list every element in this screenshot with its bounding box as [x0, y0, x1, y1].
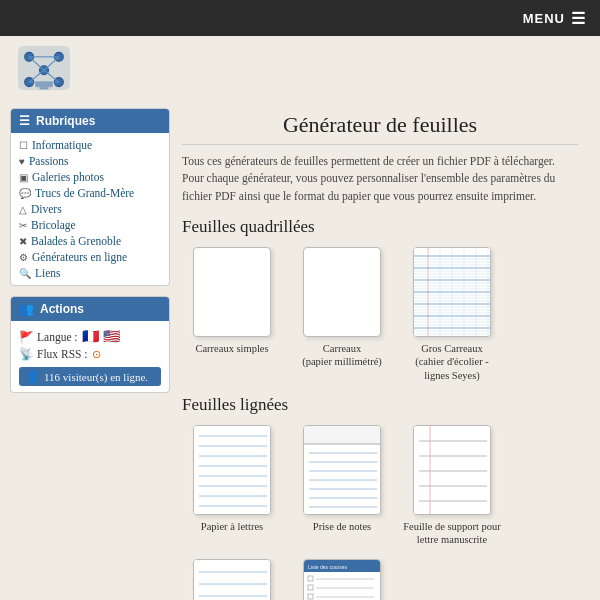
actions-content: 🚩 Langue : 🇫🇷 🇺🇸 📡 Flux RSS : ⊙ 👤 116 vi… — [11, 321, 169, 392]
svg-rect-6 — [35, 83, 53, 87]
papier-lettres-thumb — [193, 425, 271, 515]
sidebar-item-generateurs[interactable]: ⚙ Générateurs en ligne — [11, 249, 169, 265]
top-navigation: MENU ☰ — [0, 0, 600, 36]
generateurs-label: Générateurs en ligne — [32, 251, 127, 263]
page-title: Générateur de feuilles — [182, 112, 578, 138]
informatique-label: Informatique — [32, 139, 92, 151]
langue-row: 🚩 Langue : 🇫🇷 🇺🇸 — [19, 327, 161, 346]
title-divider — [182, 144, 578, 145]
hamburger-icon: ☰ — [571, 9, 586, 28]
liens-label: Liens — [35, 267, 61, 279]
section-quadrillees: Feuilles quadrillées — [182, 217, 578, 237]
prise-notes-item[interactable]: Prise de notes — [292, 425, 392, 547]
svg-rect-74 — [194, 560, 271, 600]
lignees-row-2: Pap or & Liste des courses — [182, 559, 578, 600]
rubriques-header: ☰ Rubriques — [11, 109, 169, 133]
rubriques-box: ☰ Rubriques ☐ Informatique ♥ Passions ▣ … — [10, 108, 170, 286]
menu-button[interactable]: MENU ☰ — [523, 9, 586, 28]
section-lignees: Feuilles lignées — [182, 395, 578, 415]
pap-or-item[interactable]: Pap or & — [182, 559, 282, 600]
langue-label: Langue : — [37, 331, 78, 343]
informatique-icon: ☐ — [19, 140, 28, 151]
gros-carreaux-item[interactable]: Gros Carreaux(cahier d'écolier - lignes … — [402, 247, 502, 383]
grid-small-pattern — [194, 248, 270, 336]
gros-carreaux-thumb — [413, 247, 491, 337]
carreaux-millimetre-label: Carreaux(papier millimétré) — [302, 342, 382, 369]
lignees-row-1: Papier à lettres — [182, 425, 578, 547]
divers-label: Divers — [31, 203, 62, 215]
generateurs-icon: ⚙ — [19, 252, 28, 263]
visitor-badge: 👤 116 visiteur(s) en ligne. — [19, 367, 161, 386]
gros-carreaux-label: Gros Carreaux(cahier d'écolier - lignes … — [402, 342, 502, 383]
galeries-label: Galeries photos — [32, 171, 104, 183]
rss-icon: 📡 — [19, 347, 33, 361]
carreaux-millimetre-thumb — [303, 247, 381, 337]
sidebar-item-liens[interactable]: 🔍 Liens — [11, 265, 169, 281]
actions-header: 👥 Actions — [11, 297, 169, 321]
visitor-icon: 👤 — [26, 370, 40, 383]
main-content: Générateur de feuilles Tous ces générate… — [170, 108, 590, 600]
galeries-icon: ▣ — [19, 172, 28, 183]
actions-title: Actions — [40, 302, 84, 316]
site-logo[interactable] — [14, 42, 74, 94]
seyes-pattern — [414, 248, 490, 336]
svg-text:Liste des courses: Liste des courses — [308, 564, 347, 570]
sidebar-item-bricolage[interactable]: ✂ Bricolage — [11, 217, 169, 233]
rubriques-title: Rubriques — [36, 114, 95, 128]
passions-icon: ♥ — [19, 156, 25, 167]
actions-icon: 👥 — [19, 302, 34, 316]
rss-label: Flux RSS : — [37, 348, 88, 360]
grid-large-pattern — [304, 248, 380, 336]
sidebar-item-balades[interactable]: ✖ Balades à Grenoble — [11, 233, 169, 249]
sidebar-item-informatique[interactable]: ☐ Informatique — [11, 137, 169, 153]
flag-en[interactable]: 🇺🇸 — [103, 328, 120, 345]
bricolage-label: Bricolage — [31, 219, 76, 231]
bricolage-icon: ✂ — [19, 220, 27, 231]
support-manuscrite-item[interactable]: Feuille de support pourlettre manuscrite — [402, 425, 502, 547]
papier-lettres-label: Papier à lettres — [201, 520, 263, 534]
balades-icon: ✖ — [19, 236, 27, 247]
rubriques-nav: ☐ Informatique ♥ Passions ▣ Galeries pho… — [11, 133, 169, 285]
trucs-label: Trucs de Grand-Mère — [35, 187, 134, 199]
svg-rect-58 — [304, 426, 381, 444]
rss-row: 📡 Flux RSS : ⊙ — [19, 346, 161, 362]
quadrillees-row: Carreaux simples Carreaux(papier millimé… — [182, 247, 578, 383]
carreaux-millimetre-item[interactable]: Carreaux(papier millimétré) — [292, 247, 392, 383]
svg-rect-48 — [194, 426, 271, 515]
logo-area — [0, 36, 600, 98]
sidebar-item-galeries[interactable]: ▣ Galeries photos — [11, 169, 169, 185]
rubriques-icon: ☰ — [19, 114, 30, 128]
prise-notes-thumb — [303, 425, 381, 515]
page-wrapper: ☰ Rubriques ☐ Informatique ♥ Passions ▣ … — [0, 98, 600, 600]
divers-icon: △ — [19, 204, 27, 215]
balades-label: Balades à Grenoble — [31, 235, 121, 247]
sidebar: ☰ Rubriques ☐ Informatique ♥ Passions ▣ … — [10, 108, 170, 600]
carreaux-simples-label: Carreaux simples — [195, 342, 268, 356]
sidebar-item-divers[interactable]: △ Divers — [11, 201, 169, 217]
prise-notes-label: Prise de notes — [313, 520, 371, 534]
carreaux-simples-item[interactable]: Carreaux simples — [182, 247, 282, 383]
liste-courses-item[interactable]: Liste des courses — [292, 559, 392, 600]
svg-rect-7 — [40, 87, 49, 89]
intro-text-1: Tous ces générateurs de feuilles permett… — [182, 153, 578, 205]
carreaux-simples-thumb — [193, 247, 271, 337]
rss-feed-icon[interactable]: ⊙ — [92, 348, 101, 361]
sidebar-item-passions[interactable]: ♥ Passions — [11, 153, 169, 169]
pap-or-thumb — [193, 559, 271, 600]
flag-fr[interactable]: 🇫🇷 — [82, 328, 99, 345]
trucs-icon: 💬 — [19, 188, 31, 199]
support-manuscrite-label: Feuille de support pourlettre manuscrite — [403, 520, 501, 547]
passions-label: Passions — [29, 155, 69, 167]
liens-icon: 🔍 — [19, 268, 31, 279]
actions-box: 👥 Actions 🚩 Langue : 🇫🇷 🇺🇸 📡 Flux RSS : … — [10, 296, 170, 393]
liste-courses-thumb: Liste des courses — [303, 559, 381, 600]
flag-icon: 🚩 — [19, 330, 33, 344]
sidebar-item-trucs[interactable]: 💬 Trucs de Grand-Mère — [11, 185, 169, 201]
visitor-count: 116 visiteur(s) en ligne. — [44, 371, 148, 383]
support-manuscrite-thumb — [413, 425, 491, 515]
menu-label: MENU — [523, 11, 565, 26]
papier-lettres-item[interactable]: Papier à lettres — [182, 425, 282, 547]
